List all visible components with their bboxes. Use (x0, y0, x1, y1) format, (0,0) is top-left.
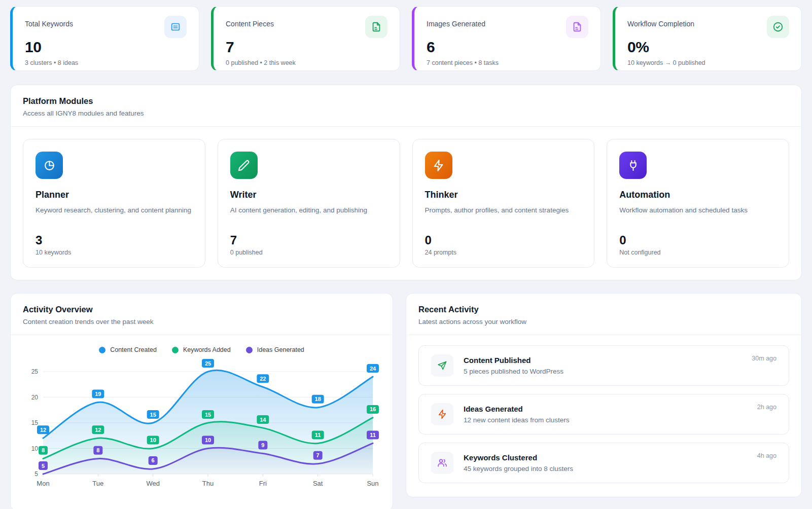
svg-text:10: 10 (31, 445, 39, 452)
module-value: 0 (425, 233, 582, 247)
module-title: Writer (230, 190, 387, 200)
module-subtext: 10 keywords (36, 249, 193, 256)
activity-timestamp: 2h ago (757, 403, 776, 411)
legend-label: Content Created (110, 346, 157, 353)
module-description: AI content generation, editing, and publ… (230, 205, 387, 227)
legend-item[interactable]: Content Created (99, 346, 157, 353)
file-text-icon (365, 16, 387, 38)
zap-icon (431, 403, 453, 425)
activity-overview-card: Activity Overview Content creation trend… (10, 293, 393, 509)
stat-card-workflow-completion: Workflow Completion 0% 10 keywords → 0 p… (613, 6, 802, 71)
module-title: Planner (36, 190, 193, 200)
stat-subtext: 3 clusters • 8 ideas (25, 59, 187, 66)
activity-description: 12 new content ideas from clusters (464, 416, 757, 424)
list-icon (164, 16, 187, 38)
stat-value: 6 (427, 39, 588, 56)
plug-icon (619, 152, 647, 179)
activity-item-content-published[interactable]: Content Published 5 pieces published to … (418, 345, 789, 386)
module-description: Workflow automation and scheduled tasks (619, 205, 776, 227)
stat-card-total-keywords: Total Keywords 10 3 clusters • 8 ideas (10, 6, 199, 71)
zap-icon (425, 152, 452, 179)
section-title: Platform Modules (23, 96, 789, 106)
module-subtext: 0 published (230, 249, 387, 256)
stat-value: 0% (627, 39, 789, 56)
stat-subtext: 10 keywords → 0 published (627, 59, 789, 66)
activity-list: Content Published 5 pieces published to … (406, 335, 801, 495)
svg-text:11: 11 (370, 432, 376, 438)
svg-text:Sun: Sun (367, 480, 378, 487)
send-icon (431, 354, 453, 377)
module-card-writer[interactable]: Writer AI content generation, editing, a… (218, 139, 400, 268)
module-description: Keyword research, clustering, and conten… (36, 205, 193, 227)
activity-item-ideas-generated[interactable]: Ideas Generated 12 new content ideas fro… (418, 394, 789, 434)
legend-item[interactable]: Keywords Added (172, 346, 231, 353)
module-subtext: 24 prompts (425, 249, 582, 256)
module-description: Prompts, author profiles, and content st… (425, 205, 582, 227)
activity-title: Ideas Generated (464, 405, 757, 413)
svg-text:11: 11 (315, 432, 321, 438)
legend-dot-icon (99, 347, 105, 353)
recent-activity-header: Recent Activity Latest actions across yo… (406, 294, 801, 335)
check-circle-icon (767, 16, 789, 38)
stat-label: Images Generated (427, 16, 485, 28)
bottom-row: Activity Overview Content creation trend… (10, 293, 802, 509)
stat-card-content-pieces: Content Pieces 7 0 published • 2 this we… (211, 6, 400, 71)
legend-dot-icon (246, 347, 253, 353)
svg-text:Thu: Thu (202, 480, 214, 487)
users-icon (431, 452, 453, 474)
modules-grid: Planner Keyword research, clustering, an… (11, 127, 801, 280)
svg-text:Wed: Wed (146, 480, 160, 487)
svg-text:22: 22 (260, 376, 266, 382)
svg-text:10: 10 (205, 437, 211, 443)
section-title: Activity Overview (23, 305, 380, 314)
stat-value: 7 (226, 39, 387, 56)
module-card-automation[interactable]: Automation Workflow automation and sched… (607, 139, 789, 268)
activity-description: 45 keywords grouped into 8 clusters (464, 465, 757, 472)
svg-text:5: 5 (42, 463, 45, 469)
svg-text:Tue: Tue (92, 480, 103, 487)
module-card-planner[interactable]: Planner Keyword research, clustering, an… (23, 139, 205, 268)
platform-modules-header: Platform Modules Access all IGNY8 module… (11, 85, 801, 127)
stat-label: Workflow Completion (627, 16, 694, 28)
svg-text:24: 24 (370, 366, 376, 372)
module-title: Thinker (425, 190, 582, 200)
stats-row: Total Keywords 10 3 clusters • 8 ideas C… (10, 6, 802, 71)
svg-text:Sat: Sat (313, 480, 323, 487)
section-subtitle: Latest actions across your workflow (418, 318, 789, 325)
svg-text:25: 25 (205, 360, 211, 367)
activity-timestamp: 30m ago (752, 354, 776, 362)
activity-trend-chart: 510152025MonTueWedThuFriSatSun1219152522… (23, 356, 381, 491)
module-value: 3 (36, 233, 193, 247)
legend-label: Keywords Added (183, 346, 231, 353)
svg-text:8: 8 (96, 447, 99, 453)
legend-label: Ideas Generated (257, 346, 304, 353)
svg-text:5: 5 (34, 470, 38, 478)
svg-text:8: 8 (42, 447, 45, 453)
legend-item[interactable]: Ideas Generated (246, 346, 304, 353)
svg-text:16: 16 (370, 406, 376, 412)
module-value: 7 (230, 233, 387, 247)
svg-text:Mon: Mon (37, 480, 49, 487)
svg-text:25: 25 (31, 368, 39, 375)
pie-chart-icon (36, 152, 63, 179)
stat-label: Content Pieces (226, 16, 274, 28)
recent-activity-card: Recent Activity Latest actions across yo… (406, 293, 802, 497)
activity-item-keywords-clustered[interactable]: Keywords Clustered 45 keywords grouped i… (418, 443, 789, 483)
file-text-icon (566, 16, 588, 38)
stat-subtext: 7 content pieces • 8 tasks (427, 59, 588, 66)
chart-body: Content CreatedKeywords AddedIdeas Gener… (11, 335, 393, 493)
svg-text:15: 15 (205, 412, 211, 418)
svg-text:14: 14 (260, 417, 266, 423)
svg-text:9: 9 (261, 442, 264, 448)
activity-overview-header: Activity Overview Content creation trend… (11, 294, 393, 335)
platform-modules-section: Platform Modules Access all IGNY8 module… (10, 85, 802, 280)
module-card-thinker[interactable]: Thinker Prompts, author profiles, and co… (412, 139, 595, 268)
svg-text:15: 15 (31, 419, 39, 426)
svg-text:Fri: Fri (259, 480, 267, 487)
svg-text:12: 12 (95, 427, 101, 433)
stat-subtext: 0 published • 2 this week (226, 59, 387, 66)
stat-label: Total Keywords (25, 16, 73, 28)
chart-legend: Content CreatedKeywords AddedIdeas Gener… (23, 346, 380, 353)
svg-text:18: 18 (315, 396, 321, 402)
svg-text:15: 15 (150, 412, 156, 418)
